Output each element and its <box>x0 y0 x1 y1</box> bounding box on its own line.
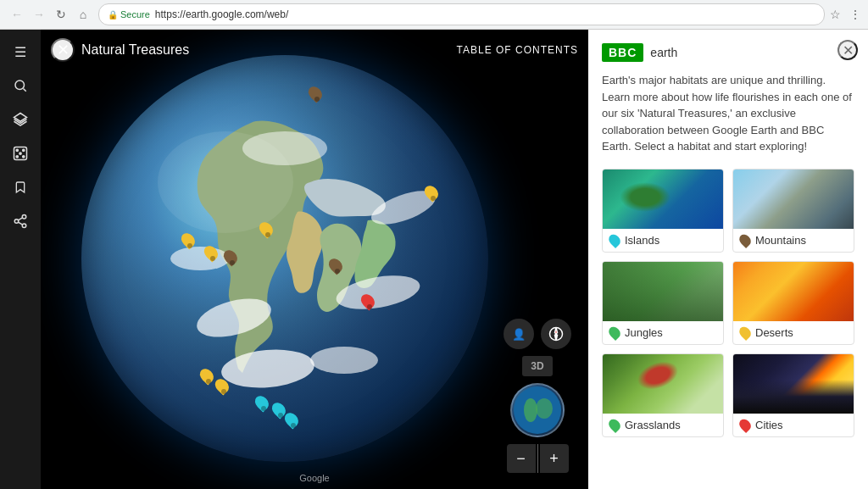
svg-point-9 <box>22 215 26 219</box>
habitat-pin-icon-deserts <box>737 324 753 340</box>
habitat-pin-icon-islands <box>606 231 622 247</box>
close-project-button[interactable]: ✕ <box>51 38 75 62</box>
habitat-image-jungles <box>603 262 723 321</box>
zoom-in-button[interactable]: + <box>540 444 569 473</box>
habitat-label-jungles: Jungles <box>603 321 723 344</box>
habitat-pin-icon-grasslands <box>606 416 622 432</box>
sidebar-layers-icon[interactable] <box>5 104 36 135</box>
svg-point-10 <box>14 219 19 224</box>
secure-label: Secure <box>120 9 150 19</box>
svg-point-27 <box>524 398 537 422</box>
svg-point-4 <box>16 149 18 151</box>
svg-point-11 <box>22 224 26 228</box>
home-button[interactable]: ⌂ <box>73 4 93 25</box>
habitat-card-deserts[interactable]: Deserts <box>732 261 854 345</box>
svg-line-1 <box>23 88 25 91</box>
table-of-contents-button[interactable]: TABLE OF CONTENTS <box>457 44 578 56</box>
address-bar[interactable]: 🔒 Secure https://earth.google.com/web/ <box>98 3 825 25</box>
habitat-label-deserts: Deserts <box>733 321 854 344</box>
habitat-name-deserts: Deserts <box>755 326 793 339</box>
svg-marker-24 <box>555 328 558 335</box>
reload-button[interactable]: ↻ <box>51 4 71 25</box>
sidebar-share-icon[interactable] <box>5 206 36 236</box>
svg-marker-25 <box>555 334 558 341</box>
svg-point-28 <box>536 398 553 419</box>
habitat-label-grasslands: Grasslands <box>603 414 723 436</box>
svg-line-13 <box>18 218 22 220</box>
browser-chrome: ← → ↻ ⌂ 🔒 Secure https://earth.google.co… <box>0 0 868 30</box>
habitat-label-mountains: Mountains <box>733 229 854 252</box>
lock-icon: 🔒 <box>108 10 118 19</box>
main-content: ☰ ✕ <box>0 30 868 489</box>
habitat-name-islands: Islands <box>625 234 659 247</box>
panel-description: Earth's major habitats are unique and th… <box>602 72 854 155</box>
habitat-card-grasslands[interactable]: Grasslands <box>602 353 724 437</box>
svg-line-12 <box>18 222 22 225</box>
svg-point-8 <box>19 153 21 154</box>
google-label: Google <box>299 473 329 483</box>
bbc-earth-logo: BBC earth <box>602 43 854 62</box>
globe-area[interactable]: ✕ Natural Treasures TABLE OF CONTENTS <box>41 30 588 489</box>
bottom-controls: 👤 3D <box>504 319 571 473</box>
habitat-name-cities: Cities <box>755 419 783 431</box>
top-bar: ✕ Natural Treasures TABLE OF CONTENTS <box>41 30 588 70</box>
bbc-label: BBC <box>602 43 643 62</box>
secure-badge: 🔒 Secure <box>108 9 150 19</box>
bookmark-star-icon[interactable]: ☆ <box>830 8 841 21</box>
right-panel: ✕ BBC earth Earth's major habitats are u… <box>588 30 868 489</box>
back-button[interactable]: ← <box>7 4 27 25</box>
earth-label: earth <box>650 46 677 59</box>
habitat-image-mountains <box>733 169 854 229</box>
habitat-name-jungles: Jungles <box>625 326 663 339</box>
svg-point-17 <box>170 247 230 270</box>
globe-sphere[interactable] <box>81 55 488 462</box>
habitat-grid: IslandsMountainsJunglesDesertsGrasslands… <box>602 169 854 437</box>
three-d-button[interactable]: 3D <box>522 356 553 376</box>
nav-buttons: ← → ↻ ⌂ <box>7 4 93 25</box>
habitat-card-islands[interactable]: Islands <box>602 169 724 253</box>
person-icon-button[interactable]: 👤 <box>504 319 534 349</box>
habitat-pin-icon-cities <box>737 416 753 432</box>
habitat-label-islands: Islands <box>603 229 723 252</box>
sidebar-dice-icon[interactable] <box>5 138 36 169</box>
svg-point-22 <box>158 131 293 233</box>
habitat-card-cities[interactable]: Cities <box>732 353 854 437</box>
mini-globe[interactable] <box>510 383 565 437</box>
habitat-name-mountains: Mountains <box>755 234 806 247</box>
project-title: Natural Treasures <box>81 42 189 58</box>
url-text: https://earth.google.com/web/ <box>155 8 815 20</box>
habitat-pin-icon-mountains <box>737 231 753 247</box>
habitat-image-deserts <box>733 262 854 321</box>
sidebar-search-icon[interactable] <box>5 70 36 101</box>
zoom-controls: − + <box>507 444 569 473</box>
forward-button[interactable]: → <box>29 4 49 25</box>
habitat-pin-icon-jungles <box>606 324 622 340</box>
habitat-label-cities: Cities <box>733 414 854 436</box>
browser-menu-icon[interactable]: ⋮ <box>849 8 861 21</box>
sidebar-bookmark-icon[interactable] <box>5 172 36 203</box>
habitat-image-islands <box>603 169 723 229</box>
sidebar-menu-icon[interactable]: ☰ <box>5 36 36 67</box>
habitat-image-cities <box>733 354 854 414</box>
svg-point-7 <box>23 156 25 158</box>
svg-point-5 <box>23 149 25 151</box>
habitat-name-grasslands: Grasslands <box>625 419 681 431</box>
svg-point-6 <box>16 156 18 158</box>
zoom-out-button[interactable]: − <box>507 444 536 473</box>
svg-point-20 <box>310 347 378 374</box>
svg-point-14 <box>81 55 488 462</box>
left-sidebar: ☰ <box>0 30 41 489</box>
panel-close-button[interactable]: ✕ <box>837 40 858 60</box>
compass-button[interactable] <box>541 319 571 349</box>
habitat-card-mountains[interactable]: Mountains <box>732 169 854 253</box>
habitat-card-jungles[interactable]: Jungles <box>602 261 724 345</box>
globe-visual <box>81 55 548 487</box>
habitat-image-grasslands <box>603 354 723 414</box>
svg-point-0 <box>15 81 25 90</box>
